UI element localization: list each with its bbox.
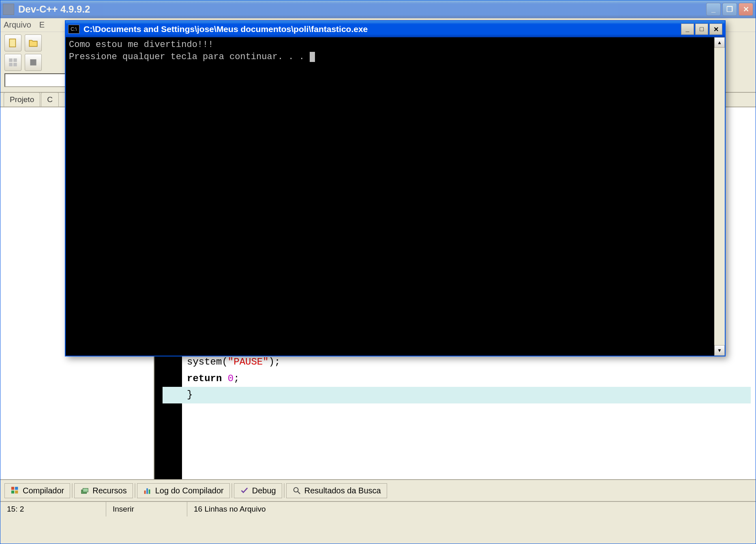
console-titlebar[interactable]: C:\ C:\Documents and Settings\jose\Meus …	[66, 21, 725, 37]
check-icon	[240, 486, 249, 495]
divider	[72, 483, 73, 498]
tab-compilador-label: Compilador	[23, 486, 64, 495]
svg-rect-12	[144, 491, 146, 494]
app-icon	[3, 4, 14, 15]
scroll-up-button[interactable]: ▲	[714, 37, 725, 48]
toolbar-grid-icon[interactable]	[4, 54, 21, 71]
tab-recursos-label: Recursos	[92, 486, 126, 495]
main-titlebar: Dev-C++ 4.9.9.2 _ ❐ ✕	[0, 0, 756, 18]
bottom-tabs: Compilador Recursos Log do Compilador De…	[0, 480, 756, 502]
main-title: Dev-C++ 4.9.9.2	[18, 4, 706, 15]
status-mode: Inserir	[106, 502, 187, 516]
svg-rect-6	[11, 487, 14, 490]
toolbar-new-icon[interactable]	[4, 34, 21, 51]
tab-compilador[interactable]: Compilador	[4, 483, 70, 498]
svg-rect-5	[30, 59, 36, 65]
console-window: C:\ C:\Documents and Settings\jose\Meus …	[65, 20, 726, 356]
svg-rect-1	[9, 58, 13, 62]
console-title: C:\Documents and Settings\jose\Meus docu…	[84, 24, 681, 34]
tab-log[interactable]: Log do Compilador	[137, 483, 230, 498]
tab-recursos[interactable]: Recursos	[74, 483, 133, 498]
tab-log-label: Log do Compilador	[155, 486, 224, 495]
console-scrollbar[interactable]: ▲ ▼	[714, 37, 725, 356]
search-icon	[292, 486, 301, 495]
code-line-return: return 0;	[187, 371, 751, 387]
main-window-controls: _ ❐ ✕	[706, 3, 753, 16]
grid-icon	[11, 486, 19, 495]
chart-icon	[143, 486, 152, 495]
close-button[interactable]: ✕	[739, 3, 753, 16]
scroll-down-button[interactable]: ▼	[714, 345, 725, 356]
tab-projeto[interactable]: Projeto	[4, 92, 40, 107]
svg-line-16	[298, 492, 300, 494]
console-close-button[interactable]: ✕	[709, 23, 722, 35]
console-body: Como estou me divertindo!!! Pressione qu…	[66, 37, 725, 356]
menu-partial[interactable]: E	[39, 20, 45, 30]
maximize-button[interactable]: ❐	[722, 3, 737, 16]
console-window-controls: _ □ ✕	[681, 23, 722, 35]
cmd-icon: C:\	[68, 25, 79, 34]
divider	[135, 483, 135, 498]
status-position: 15: 2	[0, 502, 106, 516]
svg-rect-14	[149, 489, 150, 494]
toolbar-open-icon[interactable]	[25, 34, 42, 51]
minimize-button[interactable]: _	[706, 3, 721, 16]
status-lines: 16 Linhas no Arquivo	[187, 502, 756, 516]
tab-busca-label: Resultados da Busca	[304, 486, 381, 495]
svg-rect-0	[9, 39, 15, 47]
tab-debug-label: Debug	[252, 486, 276, 495]
divider	[284, 483, 285, 498]
svg-rect-2	[13, 58, 17, 62]
svg-rect-3	[9, 63, 13, 66]
tab-debug[interactable]: Debug	[234, 483, 282, 498]
console-maximize-button[interactable]: □	[695, 23, 708, 35]
svg-point-15	[293, 488, 298, 492]
tab-busca[interactable]: Resultados da Busca	[286, 483, 387, 498]
menu-arquivo[interactable]: Arquivo	[4, 20, 31, 30]
layers-icon	[80, 486, 89, 495]
console-output[interactable]: Como estou me divertindo!!! Pressione qu…	[66, 37, 714, 356]
svg-rect-7	[15, 487, 18, 490]
svg-rect-8	[11, 491, 14, 493]
tab-classes-partial[interactable]: C	[41, 92, 59, 107]
svg-rect-4	[13, 63, 17, 66]
toolbar-stop-icon[interactable]	[25, 54, 42, 71]
scroll-track[interactable]	[714, 48, 725, 345]
svg-rect-13	[146, 489, 148, 494]
statusbar: 15: 2 Inserir 16 Linhas no Arquivo	[0, 502, 756, 516]
svg-rect-9	[15, 491, 18, 493]
svg-rect-11	[83, 489, 88, 492]
divider	[231, 483, 232, 498]
code-line-brace: }	[163, 387, 751, 403]
console-minimize-button[interactable]: _	[681, 23, 694, 35]
